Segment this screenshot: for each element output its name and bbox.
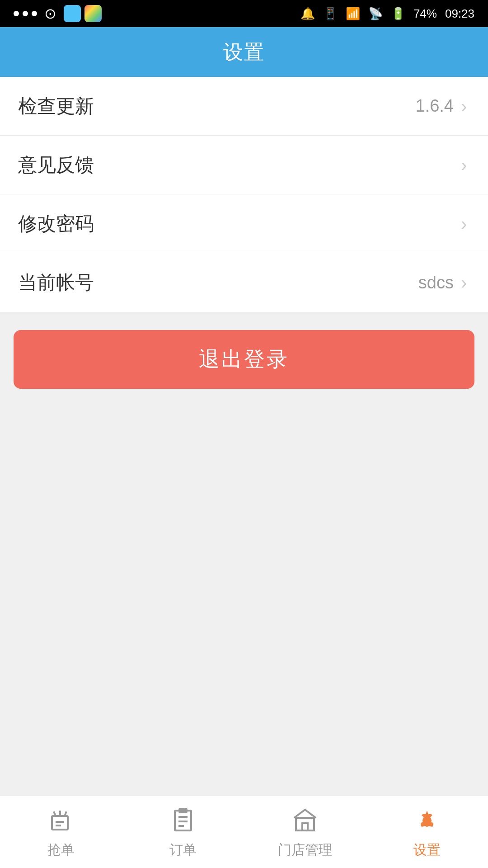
settings-item-check-update[interactable]: 检查更新 1.6.4 › [0, 77, 488, 136]
battery-icon: 🔋 [391, 7, 405, 21]
nav-item-settings[interactable]: 设置 [366, 805, 488, 859]
order-label: 订单 [169, 841, 197, 859]
grab-order-label: 抢单 [47, 841, 75, 859]
check-update-value: 1.6.4 [415, 96, 454, 116]
status-bar: ⊙ 🔔 📱 📶 📡 🔋 74% 09:23 [0, 0, 488, 27]
nav-item-grab-order[interactable]: 抢单 [0, 805, 122, 859]
chevron-icon-1: › [461, 157, 470, 173]
nav-item-order[interactable]: 订单 [122, 805, 244, 859]
change-password-label: 修改密码 [18, 211, 94, 236]
current-account-value: sdcs [418, 273, 454, 292]
grab-order-icon [45, 805, 77, 836]
logout-button[interactable]: 退出登录 [14, 330, 474, 389]
check-update-right: 1.6.4 › [415, 96, 470, 116]
check-update-label: 检查更新 [18, 94, 94, 119]
wifi-icon: 📶 [346, 7, 360, 21]
mute-icon: 🔔 [300, 7, 315, 21]
app-icon-1 [64, 5, 81, 22]
settings-icon [411, 805, 443, 836]
nav-item-store[interactable]: 门店管理 [244, 805, 366, 859]
signal-dots [14, 11, 37, 16]
store-icon [289, 805, 321, 836]
settings-item-feedback[interactable]: 意见反馈 › [0, 136, 488, 194]
page-header: 设置 [0, 27, 488, 77]
camera-icon: ⊙ [44, 5, 56, 22]
time-display: 09:23 [445, 7, 474, 21]
signal-icon: 📡 [368, 7, 383, 21]
page-title: 设置 [223, 39, 265, 66]
bottom-nav: 抢单 订单 门店管理 [0, 796, 488, 868]
content-spacer [0, 407, 488, 796]
app-icon-2 [84, 5, 102, 22]
change-password-right: › [461, 216, 470, 232]
store-label: 门店管理 [278, 841, 332, 859]
order-icon [167, 805, 199, 836]
feedback-right: › [461, 157, 470, 173]
status-left: ⊙ [14, 5, 102, 22]
chevron-icon-3: › [461, 274, 470, 291]
current-account-label: 当前帐号 [18, 270, 94, 295]
app-icons [64, 5, 102, 22]
settings-item-change-password[interactable]: 修改密码 › [0, 194, 488, 253]
current-account-right: sdcs › [418, 273, 470, 292]
settings-label: 设置 [413, 841, 441, 859]
feedback-label: 意见反馈 [18, 152, 94, 178]
settings-item-current-account[interactable]: 当前帐号 sdcs › [0, 253, 488, 312]
chevron-icon-0: › [461, 98, 470, 114]
chevron-icon-2: › [461, 216, 470, 232]
settings-list: 检查更新 1.6.4 › 意见反馈 › 修改密码 › 当前帐号 sdcs › [0, 77, 488, 312]
gray-section: 退出登录 [0, 312, 488, 407]
status-right: 🔔 📱 📶 📡 🔋 74% 09:23 [300, 7, 474, 21]
battery-percent: 74% [413, 7, 437, 21]
phone-icon: 📱 [323, 7, 338, 21]
svg-rect-12 [302, 823, 308, 830]
